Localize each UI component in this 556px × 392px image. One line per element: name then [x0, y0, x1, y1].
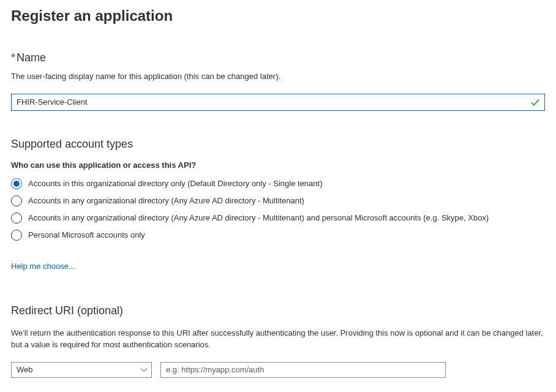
account-types-heading: Supported account types	[11, 138, 545, 151]
radio-icon	[11, 230, 22, 241]
radio-icon	[11, 178, 22, 189]
account-type-option-multitenant-personal[interactable]: Accounts in any organizational directory…	[11, 213, 545, 224]
radio-label: Accounts in this organizational director…	[28, 179, 323, 188]
account-type-option-single-tenant[interactable]: Accounts in this organizational director…	[11, 178, 545, 189]
account-type-option-multitenant[interactable]: Accounts in any organizational directory…	[11, 195, 545, 206]
redirect-uri-row: Web	[11, 362, 545, 378]
help-me-choose-link[interactable]: Help me choose...	[11, 262, 75, 271]
checkmark-icon	[530, 97, 540, 107]
required-asterisk: *	[11, 51, 15, 64]
radio-label: Accounts in any organizational directory…	[28, 213, 489, 222]
name-input-wrap	[11, 94, 545, 111]
radio-icon	[11, 213, 22, 224]
redirect-uri-section: Redirect URI (optional) We'll return the…	[11, 304, 545, 378]
account-types-section: Supported account types Who can use this…	[11, 138, 545, 271]
redirect-uri-input[interactable]	[160, 362, 446, 378]
platform-selected-value: Web	[17, 365, 33, 374]
radio-icon	[11, 195, 22, 206]
radio-label: Accounts in any organizational directory…	[28, 196, 304, 205]
redirect-uri-heading: Redirect URI (optional)	[11, 304, 545, 317]
account-types-question: Who can use this application or access t…	[11, 160, 545, 170]
page-title: Register an application	[11, 7, 545, 24]
name-input[interactable]	[11, 94, 545, 111]
name-label-text: Name	[17, 51, 46, 64]
name-section: *Name The user-facing display name for t…	[11, 51, 545, 111]
platform-select[interactable]: Web	[11, 362, 152, 378]
name-label: *Name	[11, 51, 545, 64]
chevron-down-icon	[140, 366, 148, 374]
name-description: The user-facing display name for this ap…	[11, 70, 545, 83]
redirect-uri-description: We'll return the authentication response…	[11, 327, 545, 351]
radio-label: Personal Microsoft accounts only	[28, 230, 145, 239]
account-type-option-personal-only[interactable]: Personal Microsoft accounts only	[11, 230, 545, 241]
